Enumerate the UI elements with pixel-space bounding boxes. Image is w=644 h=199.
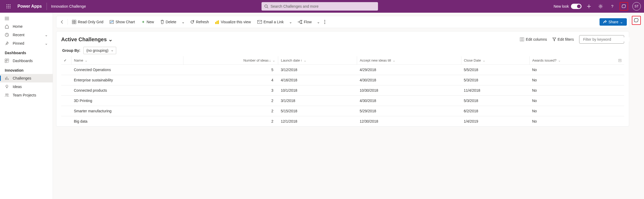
cell-ideas: 2 [183,106,278,116]
filter-icon [552,38,556,41]
help-button[interactable]: ? [608,2,616,11]
refresh-button[interactable]: Refresh [187,18,211,26]
app-launcher-icon[interactable] [3,1,14,12]
cell-launch: 5/15/2018 [278,106,357,116]
delete-button[interactable]: Delete [158,18,179,26]
flow-split-button[interactable]: ⌄ [315,18,322,26]
sidebar-item-ideas[interactable]: Ideas [0,82,53,91]
svg-point-8 [10,8,11,8]
new-look-toggle[interactable]: New look [553,4,582,9]
cell-name: Big data [71,116,183,127]
table-row[interactable]: Enterprise sustainability44/16/20184/30/… [61,75,624,85]
copilot-button-header[interactable] [620,2,628,11]
keyword-filter-input[interactable] [583,37,629,41]
check-icon: ✓ [64,58,67,62]
cell-name: 3D Printing [71,96,183,106]
cell-launch: 4/16/2018 [278,75,357,85]
svg-point-27 [325,22,325,22]
groupby-select[interactable]: (no grouping) [83,47,116,54]
chevron-down-icon: ⌄ [108,36,113,43]
view-panel: Active Challenges ⌄ Edit columns Edit fi… [56,31,629,127]
new-look-label: New look [553,4,569,8]
read-only-grid-button[interactable]: Read Only Grid [69,18,106,26]
sidebar-item-recent[interactable]: Recent ⌄ [0,31,53,39]
edit-columns-button[interactable]: Edit columns [520,37,547,41]
column-name[interactable]: Name⌄ [71,56,183,65]
groupby-label: Group By: [62,48,80,53]
nav-group-innovation: Innovation [0,65,53,74]
add-button[interactable] [585,2,593,11]
svg-rect-20 [72,20,74,22]
sort-asc-icon: ↑ [300,58,302,62]
table-row[interactable]: Connected products310/1/201810/30/201811… [61,85,624,96]
cell-ideas: 4 [183,75,278,85]
user-avatar[interactable]: ST [632,2,641,11]
svg-point-26 [325,20,325,21]
cell-launch: 12/1/2018 [278,116,357,127]
view-title-label: Active Challenges [61,36,107,43]
toggle-switch[interactable] [571,4,582,9]
sidebar-toggle[interactable] [0,15,53,22]
cell-awards: No [529,106,616,116]
sidebar-item-pinned[interactable]: Pinned ⌄ [0,39,53,48]
back-button[interactable] [58,18,66,26]
cell-name: Connected Operations [71,65,183,75]
share-icon [603,20,607,24]
show-chart-button[interactable]: Show Chart [107,18,137,26]
search-input[interactable] [271,4,375,8]
header-divider [47,3,47,10]
settings-button[interactable] [596,2,605,11]
table-row[interactable]: Big data212/1/201812/30/20181/4/2019No [61,116,624,127]
groupby-value: (no grouping) [86,48,108,53]
svg-point-1 [8,4,9,5]
email-icon [257,20,262,24]
help-icon: ? [610,4,615,9]
cell-awards: No [529,85,616,96]
more-commands-button[interactable] [323,18,327,26]
people-icon [5,93,9,97]
cell-accept: 5/29/2018 [357,106,461,116]
email-link-button[interactable]: Email a Link [255,18,286,26]
sidebar-item-home[interactable]: Home [0,22,53,31]
column-actions[interactable] [616,56,624,65]
sidebar-item-team-projects[interactable]: Team Projects [0,91,53,99]
email-split-button[interactable]: ⌄ [287,18,294,26]
new-button[interactable]: ＋ New [139,18,157,26]
copilot-button-pane[interactable] [632,16,641,25]
sidebar-item-dashboards[interactable]: Dashboards [0,57,53,65]
table-row[interactable]: Connected Operations53/12/20184/29/20185… [61,65,624,75]
delete-split-button[interactable]: ⌄ [180,18,186,26]
column-launch-date[interactable]: Launch date↑⌄ [278,56,357,65]
nav-label: Ideas [13,85,22,89]
cmd-label: Delete [166,20,176,24]
svg-rect-15 [7,59,9,61]
edit-filters-button[interactable]: Edit filters [552,37,574,41]
column-close-date[interactable]: Close Date⌄ [461,56,529,65]
column-accept-until[interactable]: Accept new ideas till⌄ [357,56,461,65]
sidebar: Home Recent ⌄ Pinned ⌄ Dashboards Dashbo… [0,13,53,199]
share-button[interactable]: Share ⌄ [600,18,627,26]
pin-icon [5,41,9,45]
column-awards-issued[interactable]: Awards issued?⌄ [529,56,616,65]
cmd-label: Flow [304,20,312,24]
cmd-label: Read Only Grid [78,20,103,24]
global-search[interactable] [262,2,378,11]
column-num-ideas[interactable]: Number of ideas↓⌄ [183,56,278,65]
cell-launch: 3/1/2018 [278,96,357,106]
cell-ideas: 2 [183,96,278,106]
challenge-icon [5,76,9,80]
view-selector[interactable]: Active Challenges ⌄ [61,36,113,43]
flow-button[interactable]: Flow [295,18,314,26]
svg-point-28 [325,23,325,24]
bookmark-icon [618,59,622,62]
copilot-icon [634,18,639,23]
table-row[interactable]: Smarter manufacturing25/15/20185/29/2018… [61,106,624,116]
keyword-filter[interactable] [579,35,624,44]
visualize-button[interactable]: Visualize this view [213,18,253,26]
sidebar-item-challenges[interactable]: Challenges [0,74,53,82]
select-all-column[interactable]: ✓ [61,56,71,65]
nav-label: Recent [13,33,24,37]
more-vertical-icon [324,20,325,24]
cell-accept: 4/29/2018 [357,65,461,75]
table-row[interactable]: 3D Printing23/1/20184/30/20185/3/2018No [61,96,624,106]
